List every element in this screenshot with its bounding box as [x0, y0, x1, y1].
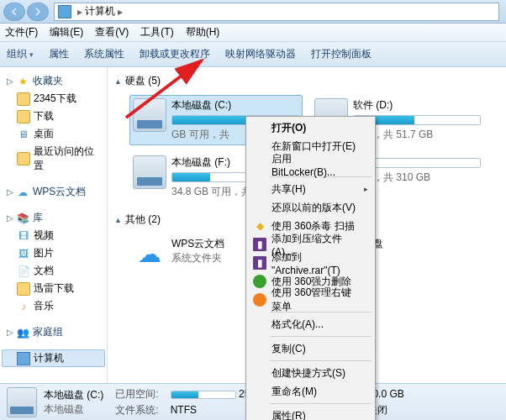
sb-item-video[interactable]: 🎞视频 — [2, 227, 105, 244]
desktop-icon: 🖥 — [17, 128, 30, 141]
folder-icon — [17, 110, 30, 123]
menu-tools[interactable]: 工具(T) — [140, 25, 173, 39]
address-bar[interactable]: ▸ 计算机 ▸ — [54, 3, 499, 21]
menu-file[interactable]: 文件(F) — [5, 25, 38, 39]
menu-help[interactable]: 帮助(H) — [186, 25, 220, 39]
ctx-props[interactable]: 属性(R) — [248, 407, 373, 420]
ctx-format[interactable]: 格式化(A)... — [248, 315, 373, 333]
360-icon — [253, 275, 266, 288]
tb-uninstall[interactable]: 卸载或更改程序 — [140, 47, 210, 61]
tb-netdrive[interactable]: 映射网络驱动器 — [225, 47, 296, 61]
computer-icon — [17, 352, 30, 365]
breadcrumb-root[interactable]: 计算机 — [85, 4, 115, 18]
pictures-icon: 🖼 — [17, 247, 30, 260]
sb-item-2345[interactable]: 2345下载 — [2, 90, 105, 108]
rar-icon: ▮ — [253, 256, 266, 270]
ctx-sep — [270, 403, 372, 404]
drive-icon — [7, 387, 37, 417]
section-harddisk[interactable]: ▲硬盘 (5) — [114, 71, 499, 92]
status-name: 本地磁盘 (C:) — [44, 388, 103, 402]
video-icon: 🎞 — [17, 229, 30, 243]
tb-properties[interactable]: 属性 — [49, 47, 69, 61]
sb-favorites-head[interactable]: ▷★收藏夹 — [2, 72, 105, 90]
sb-item-documents[interactable]: 📄文档 — [2, 262, 105, 280]
recent-icon — [17, 152, 30, 165]
ctx-sep — [270, 336, 372, 337]
ctx-rmenu[interactable]: 使用 360管理右键菜单 — [248, 291, 373, 309]
ctx-share[interactable]: 共享(H)▸ — [248, 180, 373, 198]
360-icon — [253, 293, 266, 307]
sb-wps-head[interactable]: ▷☁WPS云文档 — [2, 183, 105, 201]
sb-item-xunlei[interactable]: 迅雷下载 — [2, 280, 105, 297]
drive-icon — [133, 155, 166, 189]
folder-icon — [17, 282, 30, 296]
sidebar: ▷★收藏夹 2345下载 下载 🖥桌面 最近访问的位置 ▷☁WPS云文档 ▷📚库… — [0, 67, 108, 383]
ctx-prev[interactable]: 还原以前的版本(V) — [248, 198, 373, 217]
sb-item-computer[interactable]: 计算机 — [2, 349, 105, 367]
status-used-lbl: 已用空间: — [115, 387, 158, 402]
drive-icon — [133, 98, 166, 132]
sb-item-downloads[interactable]: 下载 — [2, 108, 105, 125]
tb-cpanel[interactable]: 打开控制面板 — [311, 47, 372, 61]
ctx-rename[interactable]: 重命名(M) — [248, 382, 373, 401]
sb-homegroup-head[interactable]: ▷👥家庭组 — [2, 323, 105, 341]
disk-name: 软件 (D:) — [353, 98, 481, 113]
computer-icon — [58, 5, 71, 18]
sb-item-recent[interactable]: 最近访问的位置 — [2, 143, 105, 175]
disk-name: 本地磁盘 (C:) — [171, 98, 299, 113]
context-menu: 打开(O) 在新窗口中打开(E) 启用 BitLocker(B)... 共享(H… — [245, 116, 376, 420]
tb-organize[interactable]: 组织 — [7, 47, 34, 61]
documents-icon: 📄 — [17, 265, 30, 278]
titlebar: ▸ 计算机 ▸ — [0, 0, 506, 24]
sb-item-pictures[interactable]: 🖼图片 — [2, 244, 105, 262]
library-icon: 📚 — [16, 212, 29, 225]
ctx-open[interactable]: 打开(O) — [248, 118, 373, 137]
menu-bar: 文件(F) 编辑(E) 查看(V) 工具(T) 帮助(H) — [0, 24, 506, 42]
sb-item-desktop[interactable]: 🖥桌面 — [2, 125, 105, 143]
sb-item-music[interactable]: ♪音乐 — [2, 297, 105, 315]
cloud-icon: ☁ — [133, 237, 166, 270]
folder-icon — [17, 92, 30, 106]
menu-view[interactable]: 查看(V) — [95, 25, 129, 39]
ctx-addarchive[interactable]: ▮添加到 "Archive.rar"(T) — [248, 254, 373, 272]
ctx-bitlocker[interactable]: 启用 BitLocker(B)... — [248, 155, 373, 174]
toolbar: 组织 属性 系统属性 卸载或更改程序 映射网络驱动器 打开控制面板 — [0, 42, 506, 67]
nav-back-button[interactable] — [3, 3, 25, 21]
status-fs-lbl: 文件系统: — [115, 403, 158, 417]
tb-sysprops[interactable]: 系统属性 — [84, 47, 124, 61]
menu-edit[interactable]: 编辑(E) — [50, 25, 83, 39]
nav-forward-button[interactable] — [27, 3, 49, 21]
cloud-icon: ☁ — [16, 186, 29, 199]
ctx-sep — [270, 360, 372, 361]
ctx-copy[interactable]: 复制(C) — [248, 339, 373, 358]
status-sub: 本地磁盘 — [44, 402, 103, 417]
breadcrumb-sep: ▸ — [118, 6, 123, 18]
breadcrumb-sep: ▸ — [77, 6, 82, 18]
homegroup-icon: 👥 — [16, 326, 29, 339]
ctx-shortcut[interactable]: 创建快捷方式(S) — [248, 364, 373, 382]
rar-icon: ▮ — [253, 238, 266, 251]
sb-lib-head[interactable]: ▷📚库 — [2, 209, 105, 227]
music-icon: ♪ — [17, 300, 30, 313]
shield-icon: ◆ — [253, 219, 266, 233]
star-icon: ★ — [16, 75, 29, 88]
